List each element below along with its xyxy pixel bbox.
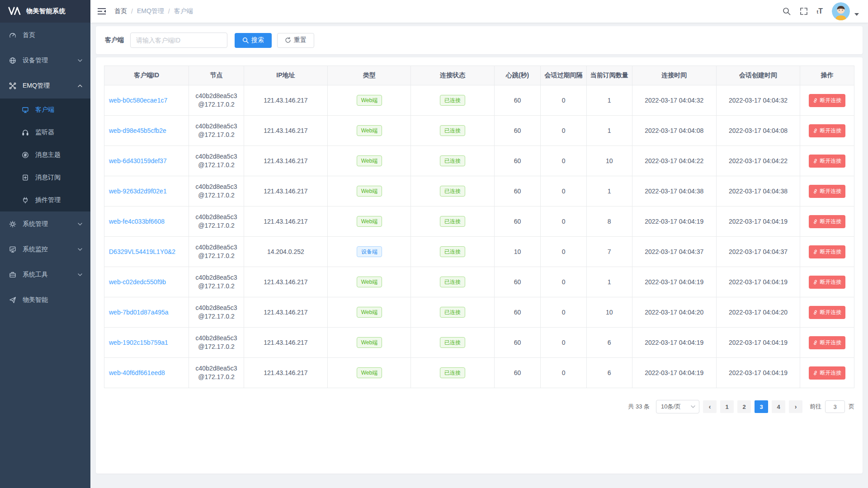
dashboard-icon xyxy=(9,32,16,39)
sidebar-item-listeners[interactable]: 监听器 xyxy=(0,121,90,144)
heartbeat-cell: 60 xyxy=(494,146,541,176)
client-id-link[interactable]: web-40f6df661eed8 xyxy=(109,369,165,376)
session-created-cell: 2022-03-17 04:04:38 xyxy=(716,176,800,206)
disconnect-button[interactable]: 断开连接 xyxy=(809,336,845,349)
sidebar-item-clients[interactable]: 客户端 xyxy=(0,99,90,121)
sidebar-item-label: 首页 xyxy=(23,31,82,39)
next-page-button[interactable]: › xyxy=(789,400,802,413)
font-size-icon[interactable]: tT xyxy=(817,7,823,15)
disconnect-button[interactable]: 断开连接 xyxy=(809,124,845,137)
node-address: @172.17.0.2 xyxy=(189,221,243,230)
sidebar-item-system-mgmt[interactable]: 系统管理 xyxy=(0,211,90,237)
client-id-link[interactable]: web-b0c580ecae1c7 xyxy=(109,97,167,104)
client-id-link[interactable]: web-d98e45b5cfb2e xyxy=(109,127,166,134)
ip-cell: 121.43.146.217 xyxy=(244,358,328,388)
avatar[interactable] xyxy=(832,2,850,20)
sidebar-item-device-mgmt[interactable]: 设备管理 xyxy=(0,48,90,73)
table-row: web-1902c15b759a1 c40b2d8ea5c3 @172.17.0… xyxy=(104,328,854,358)
sidebar-fold-icon[interactable] xyxy=(97,8,106,15)
connected-at-cell: 2022-03-17 04:04:37 xyxy=(632,237,716,267)
disconnect-button[interactable]: 断开连接 xyxy=(809,276,845,289)
breadcrumb-home[interactable]: 首页 xyxy=(114,7,127,15)
disconnect-button[interactable]: 断开连接 xyxy=(809,245,845,258)
sidebar-item-wumei-smart[interactable]: 物美智能 xyxy=(0,287,90,313)
sidebar-item-subscriptions[interactable]: 消息订阅 xyxy=(0,166,90,189)
connected-at-cell: 2022-03-17 04:04:20 xyxy=(632,297,716,328)
client-id-link[interactable]: web-9263d2d9f02e1 xyxy=(109,188,167,195)
page-size-select[interactable]: 10条/页 xyxy=(656,400,699,413)
prev-page-button[interactable]: ‹ xyxy=(703,400,717,413)
session-created-cell: 2022-03-17 04:04:19 xyxy=(716,358,800,388)
disconnect-button-label: 断开连接 xyxy=(820,97,841,104)
disconnect-button-label: 断开连接 xyxy=(820,309,841,316)
sidebar-item-label: 系统监控 xyxy=(23,245,78,253)
client-id-link[interactable]: web-c02dedc550f9b xyxy=(109,278,166,286)
node-address: @172.17.0.2 xyxy=(189,282,243,291)
globe-icon xyxy=(9,57,16,64)
total-count-label: 共 33 条 xyxy=(628,403,650,411)
session-created-cell: 2022-03-17 04:04:32 xyxy=(716,85,800,116)
disconnect-button-label: 断开连接 xyxy=(820,278,841,286)
sidebar-item-label: 客户端 xyxy=(35,106,82,114)
breadcrumb-separator: / xyxy=(168,8,170,15)
subscriptions-cell: 1 xyxy=(586,85,632,116)
sidebar-item-system-monitor[interactable]: 系统监控 xyxy=(0,237,90,262)
subscriptions-cell: 6 xyxy=(586,358,632,388)
type-badge: Web端 xyxy=(357,307,382,318)
reset-button[interactable]: 重置 xyxy=(277,33,314,48)
search-icon[interactable] xyxy=(783,7,791,15)
type-badge: Web端 xyxy=(357,155,382,166)
page-button-3[interactable]: 3 xyxy=(755,400,768,413)
sidebar-item-topics[interactable]: 消息主题 xyxy=(0,144,90,166)
node-address: @172.17.0.2 xyxy=(189,373,243,381)
node-name: c40b2d8ea5c3 xyxy=(189,334,243,343)
clients-table-panel: 客户端ID节点IP地址类型连接状态心跳(秒)会话过期间隔当前订阅数量连接时间会话… xyxy=(96,57,863,474)
node-name: c40b2d8ea5c3 xyxy=(189,122,243,131)
session-expiry-cell: 0 xyxy=(541,206,586,237)
page-button-2[interactable]: 2 xyxy=(737,400,751,413)
page-button-1[interactable]: 1 xyxy=(720,400,734,413)
session-expiry-cell: 0 xyxy=(541,85,586,116)
disconnect-button[interactable]: 断开连接 xyxy=(809,366,845,380)
chevron-down-icon xyxy=(78,248,82,251)
disconnect-button-label: 断开连接 xyxy=(820,157,841,165)
sidebar-item-system-tools[interactable]: 系统工具 xyxy=(0,262,90,287)
client-id-link[interactable]: web-1902c15b759a1 xyxy=(109,339,168,346)
status-badge: 已连接 xyxy=(440,246,465,257)
disconnect-button[interactable]: 断开连接 xyxy=(809,215,845,228)
sidebar-item-emq-mgmt[interactable]: EMQ管理 xyxy=(0,73,90,99)
client-id-link[interactable]: web-6d430159def37 xyxy=(109,157,167,164)
disconnect-button[interactable]: 断开连接 xyxy=(809,306,845,319)
fullscreen-icon[interactable] xyxy=(800,7,808,15)
session-created-cell: 2022-03-17 04:04:08 xyxy=(716,116,800,146)
type-badge: Web端 xyxy=(357,337,382,348)
status-badge: 已连接 xyxy=(440,367,465,378)
subscriptions-cell: 1 xyxy=(586,267,632,297)
app-logo[interactable]: 物美智能系统 xyxy=(0,0,90,23)
disconnect-button[interactable]: 断开连接 xyxy=(809,94,845,107)
page-button-4[interactable]: 4 xyxy=(772,400,785,413)
sidebar-item-plugins[interactable]: 插件管理 xyxy=(0,189,90,211)
disconnect-button[interactable]: 断开连接 xyxy=(809,155,845,168)
disconnect-button-label: 断开连接 xyxy=(820,218,841,225)
type-badge: Web端 xyxy=(357,216,382,227)
breadcrumb-emq[interactable]: EMQ管理 xyxy=(137,7,164,15)
heartbeat-cell: 60 xyxy=(494,328,541,358)
sidebar-item-label: 消息订阅 xyxy=(35,174,82,182)
search-button[interactable]: 搜索 xyxy=(235,33,272,48)
monitor-icon xyxy=(9,246,16,253)
type-badge: Web端 xyxy=(357,95,382,106)
page-size-value: 10条/页 xyxy=(661,403,681,411)
link-icon xyxy=(813,98,818,103)
client-id-input[interactable] xyxy=(130,33,227,48)
status-badge: 已连接 xyxy=(440,95,465,106)
client-id-link[interactable]: D6329VL54419L1Y0&2 xyxy=(109,248,175,255)
connected-at-cell: 2022-03-17 04:04:38 xyxy=(632,176,716,206)
caret-down-icon[interactable] xyxy=(854,13,859,16)
goto-page-input[interactable] xyxy=(825,400,845,413)
sidebar-item-home[interactable]: 首页 xyxy=(0,23,90,48)
disconnect-button[interactable]: 断开连接 xyxy=(809,185,845,198)
client-id-link[interactable]: web-fe4c033bf6608 xyxy=(109,218,165,225)
disconnect-button-label: 断开连接 xyxy=(820,127,841,135)
client-id-link[interactable]: web-7bd01d87a495a xyxy=(109,309,169,316)
